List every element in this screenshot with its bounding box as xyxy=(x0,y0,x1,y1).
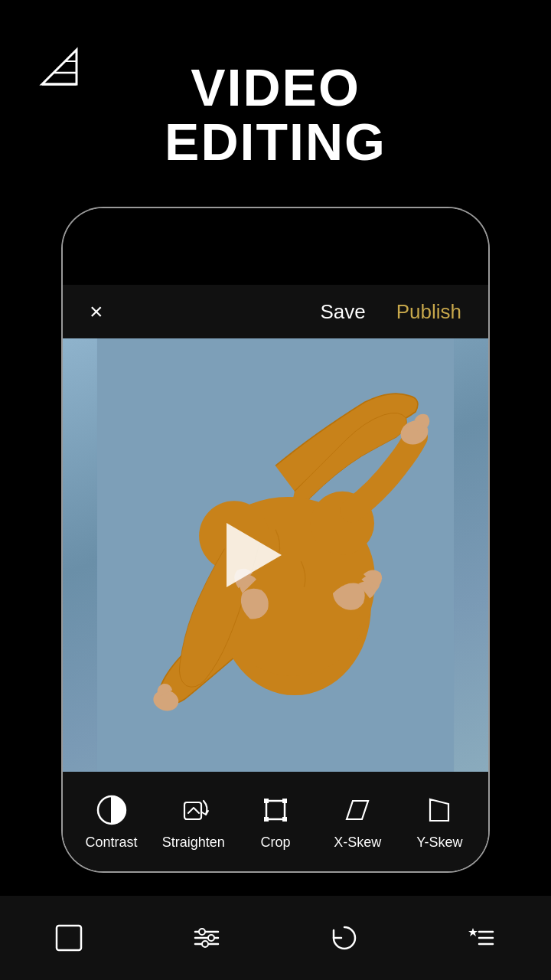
svg-marker-0 xyxy=(42,50,77,84)
tool-x-skew[interactable]: X-Skew xyxy=(317,793,399,851)
tool-straighten[interactable]: Straighten xyxy=(152,793,234,851)
nav-effects[interactable] xyxy=(459,915,505,961)
straighten-label: Straighten xyxy=(162,835,225,851)
tool-y-skew[interactable]: Y-Skew xyxy=(399,793,481,851)
svg-rect-15 xyxy=(282,817,287,822)
phone-topbar xyxy=(63,208,488,285)
crop-icon xyxy=(259,793,292,827)
action-right: Save Publish xyxy=(320,300,461,324)
svg-rect-18 xyxy=(57,926,81,950)
close-button[interactable]: × xyxy=(90,300,103,323)
crop-label: Crop xyxy=(261,835,291,851)
svg-rect-16 xyxy=(264,817,269,822)
play-button[interactable] xyxy=(227,523,282,587)
nav-gallery[interactable] xyxy=(46,915,92,961)
action-bar: × Save Publish xyxy=(63,285,488,338)
title-line1: VIDEO xyxy=(165,60,386,115)
tool-contrast[interactable]: Contrast xyxy=(70,793,152,851)
x-skew-icon xyxy=(341,793,374,827)
phone-inner: × Save Publish xyxy=(63,208,488,871)
svg-rect-13 xyxy=(266,801,285,819)
play-triangle-icon xyxy=(227,523,282,587)
contrast-icon xyxy=(95,793,129,827)
straighten-icon xyxy=(177,793,210,827)
top-section: VIDEO EDITING xyxy=(0,0,551,214)
contrast-label: Contrast xyxy=(86,835,138,851)
tool-crop[interactable]: Crop xyxy=(234,793,316,851)
phone-frame: × Save Publish xyxy=(61,207,490,873)
svg-point-22 xyxy=(199,929,205,935)
svg-rect-12 xyxy=(184,802,201,819)
tools-bar: Contrast Straighten xyxy=(63,772,488,871)
svg-rect-17 xyxy=(282,799,287,803)
x-skew-label: X-Skew xyxy=(334,835,381,851)
publish-button[interactable]: Publish xyxy=(396,300,461,324)
save-button[interactable]: Save xyxy=(320,300,365,324)
signal-icon xyxy=(38,46,80,91)
title-line2: EDITING xyxy=(165,115,386,169)
nav-adjust[interactable] xyxy=(184,915,230,961)
svg-rect-14 xyxy=(264,799,269,803)
y-skew-icon xyxy=(422,793,456,827)
svg-point-23 xyxy=(208,935,214,941)
y-skew-label: Y-Skew xyxy=(416,835,462,851)
nav-rewind[interactable] xyxy=(321,915,367,961)
svg-point-24 xyxy=(202,941,208,947)
bottom-nav xyxy=(0,896,551,980)
video-area[interactable] xyxy=(63,338,488,772)
app-title: VIDEO EDITING xyxy=(165,60,386,170)
